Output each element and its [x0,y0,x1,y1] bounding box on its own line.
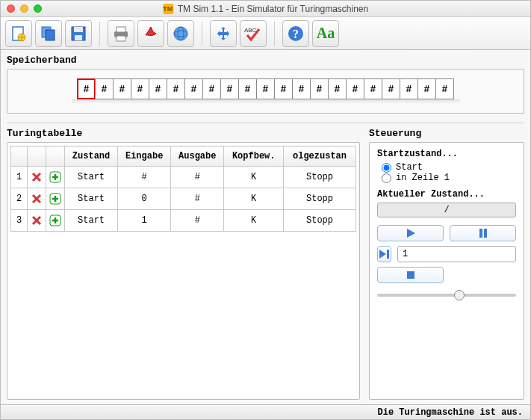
check-button[interactable]: ABC [240,20,267,47]
minimize-icon[interactable] [20,4,28,13]
table-row[interactable]: 1Start##KStopp [11,167,356,188]
tape-cell[interactable]: # [292,78,311,99]
tape-cell[interactable]: # [328,78,347,99]
cell-eingabe[interactable]: 1 [118,210,171,232]
tape-cell[interactable]: # [220,78,239,99]
svg-rect-5 [74,27,83,32]
tape-cell[interactable]: # [131,78,149,99]
tape-section: Speicherband ##################### [7,55,524,123]
tape-cell[interactable]: # [364,78,382,99]
tape-cell[interactable]: # [382,78,400,99]
svg-rect-19 [479,229,482,238]
web-button[interactable] [167,20,194,47]
tape-cell[interactable]: # [274,78,293,99]
control-section: Steuerung Startzustand... Start in Zeile… [369,128,524,400]
add-row-button[interactable] [46,210,65,232]
close-icon[interactable] [7,4,15,13]
radio-line-input[interactable] [382,173,391,183]
speed-slider[interactable] [377,294,516,297]
svg-rect-9 [117,36,125,41]
svg-rect-22 [407,271,414,279]
tape-cell[interactable]: # [400,78,418,99]
play-icon [406,228,416,238]
add-row-button[interactable] [46,167,65,188]
radio-line[interactable]: in Zeile 1 [382,173,516,183]
app-icon: TM [163,4,173,14]
toolbar-separator [202,22,202,46]
move-button[interactable] [210,20,237,47]
table-header: Zustand [65,146,118,167]
tape-cell[interactable]: # [113,78,131,99]
tape-cell[interactable]: # [167,78,185,99]
tape-cell[interactable]: # [310,78,329,99]
pdf-button[interactable] [137,20,164,47]
check-icon: ABC [243,25,264,43]
tape-cell[interactable]: # [202,78,221,99]
tape-container: ##################### [7,69,524,114]
cell-eingabe[interactable]: # [118,167,171,188]
row-number: 1 [11,167,28,188]
save-icon [69,25,87,43]
maximize-icon[interactable] [34,4,42,13]
toolbar-separator [99,22,100,46]
tape-cell[interactable]: # [184,78,203,99]
tape-cell[interactable]: # [95,78,114,99]
titlebar: TM TM Sim 1.1 - Ein Simulator für Turing… [1,1,530,17]
font-button[interactable]: Aa [312,20,339,47]
copy-button[interactable] [35,20,62,47]
help-button[interactable]: ? [282,20,309,47]
cell-kopfbew[interactable]: K [224,188,284,210]
help-icon: ? [287,25,305,43]
current-state-label: Aktueller Zustand... [377,189,516,200]
table-section: Turingtabelle ZustandEingabeAusgabeKopfb… [7,128,360,400]
print-button[interactable] [108,20,134,47]
new-button[interactable] [5,20,32,47]
tape-cell[interactable]: # [417,78,436,99]
cell-eingabe[interactable]: 0 [118,188,171,210]
tape-cell[interactable]: # [256,78,275,99]
stop-button[interactable] [377,267,444,283]
toolbar: ABC ? Aa [1,17,530,50]
tape[interactable]: ##################### [15,78,516,99]
title-label: TM Sim 1.1 - Ein Simulator für Turingmas… [178,4,368,14]
table-row[interactable]: 3Start1#KStopp [11,210,356,232]
save-button[interactable] [65,20,92,47]
table-row[interactable]: 2Start0#KStopp [11,188,356,210]
radio-start-input[interactable] [382,163,391,173]
tape-cell[interactable]: # [435,78,454,99]
cell-zustand[interactable]: Start [65,188,118,210]
tape-cell[interactable]: # [77,78,96,99]
play-button[interactable] [377,225,444,241]
tape-cell[interactable]: # [238,78,257,99]
cell-kopfbew[interactable]: K [224,210,284,232]
table-header [46,146,65,167]
turing-table[interactable]: ZustandEingabeAusgabeKopfbew.olgezustan … [10,146,356,232]
step-button[interactable] [377,246,391,262]
cell-zustand[interactable]: Start [65,210,118,232]
cell-ausgabe[interactable]: # [171,210,224,232]
tape-cell[interactable]: # [346,78,364,99]
radio-start[interactable]: Start [382,162,516,173]
cell-kopfbew[interactable]: K [224,167,284,188]
cell-ausgabe[interactable]: # [171,188,224,210]
cell-folgezustand[interactable]: Stopp [284,188,356,210]
stop-icon [406,271,415,280]
control-panel: Startzustand... Start in Zeile 1 Aktuell… [369,142,524,400]
cell-zustand[interactable]: Start [65,167,118,188]
svg-text:?: ? [293,28,299,40]
control-label: Steuerung [369,128,524,139]
add-row-button[interactable] [46,188,65,210]
speed-slider-container [377,289,516,300]
cell-folgezustand[interactable]: Stopp [284,210,356,232]
cell-folgezustand[interactable]: Stopp [284,167,356,188]
step-count-input[interactable] [397,246,516,262]
tape-cell[interactable]: # [149,78,167,99]
status-text: Die Turingmaschine ist aus. [378,407,523,418]
print-icon [112,25,130,43]
cell-ausgabe[interactable]: # [171,167,224,188]
delete-row-button[interactable] [28,188,46,210]
pause-button[interactable] [450,225,516,241]
delete-row-button[interactable] [28,210,46,232]
delete-row-button[interactable] [28,167,46,188]
window-title: TM TM Sim 1.1 - Ein Simulator für Turing… [163,4,368,14]
